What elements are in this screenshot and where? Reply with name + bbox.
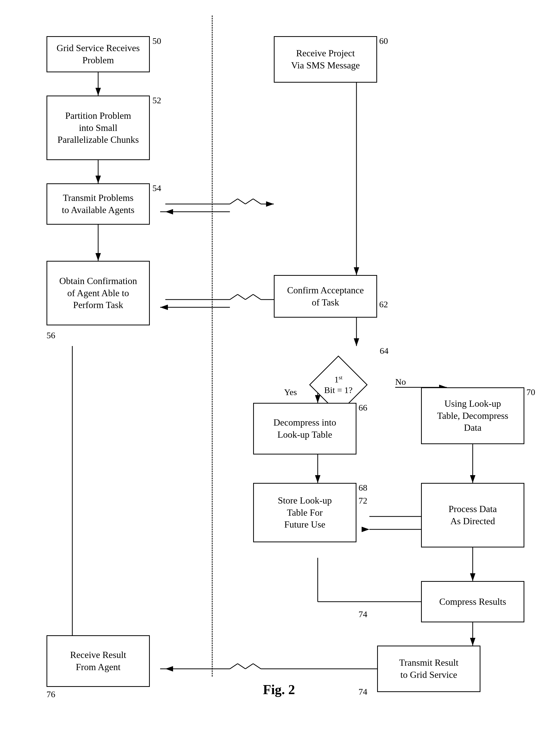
- node-62: Confirm Acceptanceof Task: [274, 275, 377, 318]
- node-52: Partition Probleminto SmallParallelizabl…: [46, 96, 150, 160]
- node-50: Grid Service Receives Problem: [46, 36, 150, 72]
- label-54: 54: [152, 183, 161, 193]
- svg-line-34: [245, 664, 253, 669]
- node-compress: Compress Results: [421, 581, 524, 622]
- node-54: Transmit Problemsto Available Agents: [46, 183, 150, 225]
- svg-line-18: [253, 295, 261, 300]
- label-52: 52: [152, 96, 161, 105]
- svg-line-9: [253, 199, 261, 204]
- node-66: Decompress intoLook-up Table: [253, 403, 356, 454]
- svg-line-33: [238, 664, 245, 669]
- label-62: 62: [379, 300, 388, 310]
- svg-line-32: [230, 664, 238, 669]
- label-50: 50: [152, 36, 161, 46]
- svg-line-6: [230, 199, 238, 204]
- node-76: Receive ResultFrom Agent: [46, 635, 150, 687]
- svg-line-7: [238, 199, 245, 204]
- svg-line-17: [245, 295, 253, 300]
- svg-line-8: [245, 199, 253, 204]
- label-no: No: [395, 377, 406, 387]
- node-56: Obtain Confirmationof Agent Able toPerfo…: [46, 261, 150, 326]
- dashed-divider: [212, 16, 213, 677]
- label-yes: Yes: [284, 387, 297, 397]
- label-56: 56: [46, 331, 55, 341]
- svg-line-35: [253, 664, 261, 669]
- label-60: 60: [379, 36, 388, 46]
- node-72: Process DataAs Directed: [421, 483, 524, 547]
- label-74a: 74: [359, 609, 367, 619]
- label-68: 68: [359, 483, 367, 493]
- label-66: 66: [359, 403, 367, 413]
- svg-line-15: [230, 295, 238, 300]
- figure-caption: Fig. 2: [21, 682, 537, 697]
- label-64: 64: [380, 346, 388, 356]
- label-70: 70: [526, 387, 535, 397]
- flowchart-container: Grid Service Receives Problem 50 Partiti…: [21, 16, 537, 713]
- label-72: 72: [359, 496, 367, 506]
- node-68: Store Look-upTable ForFuture Use: [253, 483, 356, 542]
- svg-line-16: [238, 295, 245, 300]
- node-60: Receive ProjectVia SMS Message: [274, 36, 377, 83]
- node-70: Using Look-upTable, DecompressData: [421, 387, 524, 444]
